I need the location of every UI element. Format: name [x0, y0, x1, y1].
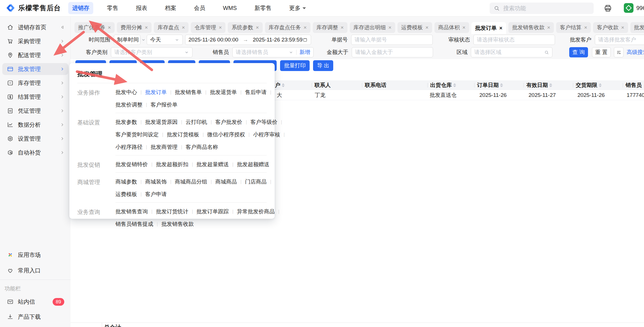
tab-推广优惠券[interactable]: 推广优惠券× [74, 22, 115, 33]
menu-item-云打印机[interactable]: 云打印机 [186, 118, 207, 126]
menu-item-批发参数[interactable]: 批发参数 [115, 118, 137, 126]
menu-item-小程序审核[interactable]: 小程序审核 [253, 131, 280, 138]
menu-item-商城商品[interactable]: 商城商品 [215, 178, 237, 186]
wholesale-customer-input[interactable]: 请选择批发客户 [595, 35, 644, 45]
close-icon[interactable]: × [219, 24, 222, 31]
column-header-有效日期[interactable]: 有效日期 [526, 80, 552, 90]
tab-客户收款[interactable]: 客户收款× [593, 22, 628, 33]
close-icon[interactable]: × [256, 24, 259, 31]
advanced-search-link[interactable]: 高级搜索 [627, 49, 644, 56]
tab-仓库管理[interactable]: 仓库管理× [191, 22, 225, 33]
close-icon[interactable]: × [425, 24, 428, 31]
menu-item-运费模板[interactable]: 运费模板 [115, 191, 137, 198]
menu-item-批发订单[interactable]: 批发订单 [145, 89, 167, 96]
menu-item-批发订货模板[interactable]: 批发订货模板 [167, 131, 199, 138]
tab-批发销售单[interactable]: 批发销售单× [630, 22, 644, 33]
sidebar-shortcut-常用入口[interactable]: 常用入口 [2, 264, 68, 277]
sort-icon[interactable] [453, 83, 456, 87]
sidebar-tool-站内信[interactable]: 站内信89 [2, 295, 68, 308]
menu-item-售后申请[interactable]: 售后申请 [245, 89, 267, 96]
menu-item-小程序路径[interactable]: 小程序路径 [115, 143, 142, 151]
column-header-交货期限[interactable]: 交货期限 [576, 80, 602, 90]
menu-item-批发中心[interactable]: 批发中心 [115, 89, 137, 96]
menu-item-批发超额赠送[interactable]: 批发超额赠送 [237, 161, 269, 168]
reset-button[interactable]: 重 置 [592, 47, 611, 57]
menu-item-批发退货单[interactable]: 批发退货单 [210, 89, 237, 96]
column-header-订单日期[interactable]: 订单日期 [477, 80, 503, 90]
menu-item-批发价调整[interactable]: 批发价调整 [115, 101, 142, 109]
close-icon[interactable]: × [145, 24, 148, 31]
menu-item-批发订单跟踪[interactable]: 批发订单跟踪 [196, 208, 229, 215]
menu-item-批发订货统计[interactable]: 批发订货统计 [156, 208, 188, 215]
menu-item-门店商品[interactable]: 门店商品 [245, 178, 267, 186]
close-icon[interactable]: × [462, 24, 465, 31]
query-button[interactable]: 查 询 [569, 47, 588, 57]
region-input[interactable]: 请选择区域 [471, 47, 552, 57]
sort-icon[interactable] [599, 83, 602, 87]
avatar[interactable] [624, 3, 633, 13]
time-preset-select[interactable]: 今天 [147, 35, 183, 45]
sidebar-item-进销存首页[interactable]: 进销存首页 [2, 21, 68, 33]
sidebar-item-数据分析[interactable]: 数据分析 [2, 119, 68, 131]
menu-item-批发促销特价[interactable]: 批发促销特价 [115, 161, 148, 168]
menu-item-批发商管理[interactable]: 批发商管理 [150, 143, 177, 151]
tab-库存调整[interactable]: 库存调整× [313, 22, 347, 33]
topnav-item-WMS[interactable]: WMS [219, 3, 241, 14]
sidebar-item-批发管理[interactable]: 批发管理 [2, 63, 68, 75]
tab-库存盘点任务[interactable]: 库存盘点任务× [265, 22, 310, 33]
column-header-联系人[interactable]: 联系人 [314, 80, 331, 90]
close-icon[interactable]: × [341, 24, 344, 31]
sort-icon[interactable] [549, 83, 552, 87]
display-settings-button[interactable] [614, 47, 624, 57]
menu-item-销售员销售提成[interactable]: 销售员销售提成 [115, 220, 153, 228]
date-start-value[interactable]: 2025-11-26 00:00:00 [189, 37, 238, 43]
sort-icon[interactable] [500, 83, 503, 87]
close-icon[interactable]: × [499, 25, 502, 31]
amount-greater-input[interactable]: 请输入金额大于 [352, 47, 433, 57]
doc-no-input[interactable]: 请输入单据号 [351, 35, 433, 45]
topnav-item-会员[interactable]: 会员 [190, 2, 209, 14]
audit-status-select[interactable]: 请选择审核状态 [473, 35, 555, 45]
account-label[interactable]: 99662-新界面测试-管理 [636, 4, 644, 12]
menu-item-商城商品分组[interactable]: 商城商品分组 [175, 178, 207, 186]
menu-item-客户批发价[interactable]: 客户批发价 [215, 118, 242, 126]
menu-item-微信小程序授权[interactable]: 微信小程序授权 [207, 131, 245, 138]
batch-print-button[interactable]: 批量打印 [280, 60, 310, 71]
close-icon[interactable]: × [182, 24, 185, 31]
menu-item-客户商品名称[interactable]: 客户商品名称 [186, 143, 218, 151]
topnav-item-新零售[interactable]: 新零售 [250, 2, 276, 14]
close-icon[interactable]: × [108, 24, 111, 31]
menu-item-批发销售单[interactable]: 批发销售单 [175, 89, 202, 96]
close-icon[interactable]: × [584, 24, 587, 31]
menu-item-批发超额折扣[interactable]: 批发超额折扣 [156, 161, 188, 168]
sidebar-item-设置管理[interactable]: 设置管理 [2, 133, 68, 145]
sidebar-tool-产品下载[interactable]: 产品下载 [2, 310, 68, 323]
customer-category-select[interactable]: 请选择客户类别 [111, 47, 192, 57]
date-range-picker[interactable]: 2025-11-26 00:00:00 → 2025-11-26 23:59:5… [185, 35, 311, 45]
menu-item-批发销售查询[interactable]: 批发销售查询 [115, 208, 148, 215]
tab-运费模板[interactable]: 运费模板× [397, 22, 432, 33]
menu-item-客户要货时间设定[interactable]: 客户要货时间设定 [115, 131, 159, 138]
date-end-value[interactable]: 2025-11-26 23:59:59 [253, 37, 303, 43]
menu-item-客户报价单[interactable]: 客户报价单 [150, 101, 177, 109]
menu-item-客户等级价[interactable]: 客户等级价 [250, 118, 278, 126]
search-input[interactable] [503, 5, 583, 12]
time-type-select[interactable]: 制单时间 [114, 35, 140, 45]
menu-item-批发超量赠送[interactable]: 批发超量赠送 [196, 161, 229, 168]
sidebar-item-结算管理[interactable]: 结算管理 [2, 91, 68, 103]
tab-库存盘点[interactable]: 库存盘点× [154, 22, 189, 33]
sidebar-item-自动补货[interactable]: 自动补货 [2, 147, 68, 159]
tab-批发订单[interactable]: 批发订单× [471, 22, 506, 34]
menu-item-商城装饰[interactable]: 商城装饰 [145, 178, 167, 186]
menu-item-批发退货原因[interactable]: 批发退货原因 [145, 118, 177, 126]
column-header-联系电话[interactable]: 联系电话 [365, 80, 386, 90]
sidebar-item-凭证管理[interactable]: 凭证管理 [2, 105, 68, 117]
sidebar-item-库存管理[interactable]: 库存管理 [2, 77, 68, 89]
topnav-item-报表[interactable]: 报表 [132, 2, 151, 14]
global-search[interactable] [490, 3, 594, 14]
sidebar-item-采购管理[interactable]: 采购管理 [2, 35, 68, 47]
tab-费用分摊[interactable]: 费用分摊× [117, 22, 152, 33]
menu-item-商城参数[interactable]: 商城参数 [115, 178, 137, 186]
tab-客户结算[interactable]: 客户结算× [556, 22, 591, 33]
topnav-item-进销存[interactable]: 进销存 [68, 2, 93, 14]
